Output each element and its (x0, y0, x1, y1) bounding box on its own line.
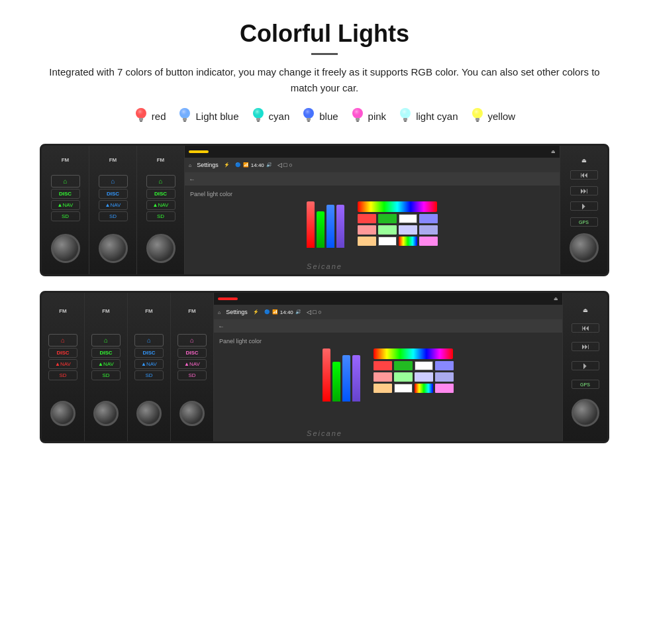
right-gps-btn[interactable]: GPS (570, 217, 598, 227)
u2-swatch-lavender[interactable] (435, 372, 454, 382)
color-pill-yellow: yellow (470, 107, 516, 125)
u2-panel1-buttons: ⌂ DISC ▲NAV SD (48, 334, 77, 380)
panel1-knob[interactable] (51, 234, 80, 263)
unit2-back-arrow[interactable]: ← (218, 323, 225, 330)
unit2-swatch-area (374, 349, 454, 393)
panel1-disc-btn[interactable]: DISC (51, 189, 80, 199)
unit1-vol-icon: 🔊 (266, 162, 272, 168)
panel2-knob[interactable] (99, 234, 128, 263)
u2-swatch-rainbow[interactable] (415, 384, 433, 393)
swatch-rainbow[interactable] (399, 237, 417, 246)
u2-swatch-green[interactable] (394, 361, 413, 370)
u2-panel4-disc[interactable]: DISC (177, 348, 207, 358)
panel2-disc-btn[interactable]: DISC (99, 189, 128, 199)
swatch-green[interactable] (378, 214, 397, 223)
unit2-color-grid (323, 349, 454, 402)
u2-panel3-knob[interactable] (136, 401, 162, 426)
swatch-white[interactable] (399, 214, 417, 223)
unit1-nav-bar: ⌂ Settings ⚡ 🔵 📶 14:40 🔊 ◁ □ ○ (185, 158, 560, 172)
right-play-btn[interactable]: ⏵ (570, 201, 598, 211)
u2-panel2-home[interactable]: ⌂ (91, 334, 121, 347)
unit1-panel-1: FM ⌂ DISC ▲NAV SD (42, 146, 89, 274)
u2-swatch-orange[interactable] (374, 384, 392, 393)
panel3-sd-btn[interactable]: SD (146, 211, 175, 221)
panel3-knob[interactable] (146, 234, 175, 263)
u2-panel2-disc[interactable]: DISC (91, 348, 121, 358)
panel1-navi-btn[interactable]: ▲NAV (51, 200, 80, 210)
right-next-btn[interactable]: ⏭ (570, 186, 598, 195)
u2-panel3-home[interactable]: ⌂ (134, 334, 164, 347)
svg-rect-6 (183, 118, 187, 121)
swatch-pink2[interactable] (419, 237, 438, 246)
u2-right-play-btn[interactable]: ⏵ (572, 361, 599, 370)
swatch-lightpurple[interactable] (399, 225, 417, 235)
u2-bar-green (332, 362, 340, 402)
u2-swatch-white[interactable] (415, 361, 433, 370)
u2-panel2-knob[interactable] (93, 401, 119, 426)
panel3-navi-btn[interactable]: ▲NAV (146, 200, 175, 210)
unit2-color-bars (323, 349, 360, 402)
panel1-home-btn[interactable]: ⌂ (51, 175, 80, 188)
u2-right-prev-btn[interactable]: ⏮ (572, 323, 599, 333)
u2-panel4-sd[interactable]: SD (177, 370, 207, 380)
swatch-purple[interactable] (419, 214, 438, 223)
panel1-sd-btn[interactable]: SD (51, 211, 80, 221)
u2-panel2-sd[interactable]: SD (91, 370, 121, 380)
u2-panel1-knob[interactable] (50, 401, 75, 426)
u2-panel1-navi[interactable]: ▲NAV (48, 359, 77, 369)
u2-swatch-red[interactable] (374, 361, 392, 370)
u2-swatch-lightred[interactable] (374, 372, 392, 382)
u2-panel3-sd[interactable]: SD (134, 370, 164, 380)
u2-panel2-navi[interactable]: ▲NAV (91, 359, 121, 369)
color-label-pink: pink (368, 111, 387, 122)
unit1-top-indicator (189, 150, 209, 153)
right-knob[interactable] (570, 233, 599, 262)
unit1-top-bar: ⏏ (185, 146, 560, 158)
swatch-lavender[interactable] (419, 225, 438, 235)
unit1-status-icons: 🔵 📶 14:40 🔊 (235, 162, 272, 168)
right-prev-btn[interactable]: ⏮ (570, 170, 598, 180)
u2-panel3-navi[interactable]: ▲NAV (134, 359, 164, 369)
panel2-home-btn[interactable]: ⌂ (99, 175, 128, 188)
u2-right-next-btn[interactable]: ⏭ (572, 342, 599, 351)
u2-panel4-home[interactable]: ⌂ (177, 334, 207, 347)
panel2-navi-btn[interactable]: ▲NAV (99, 200, 128, 210)
page-title: Colorful Lights (26, 20, 623, 48)
unit2-vol-icon: 🔊 (295, 309, 301, 315)
swatch-lightred[interactable] (358, 225, 376, 235)
panel2-sd-btn[interactable]: SD (99, 211, 128, 221)
swatch-lightgreen[interactable] (378, 225, 397, 235)
u2-swatch-lightpurple[interactable] (415, 372, 433, 382)
u2-panel4-knob[interactable] (179, 401, 205, 426)
panel3-home-btn[interactable]: ⌂ (146, 175, 175, 188)
u2-swatch-lightgreen[interactable] (394, 372, 413, 382)
u2-panel1-disc[interactable]: DISC (48, 348, 77, 358)
unit1-home-icon[interactable]: ⌂ (189, 163, 191, 168)
swatch-white2[interactable] (378, 237, 397, 246)
svg-point-21 (400, 108, 411, 119)
swatch-orange[interactable] (358, 237, 376, 246)
u2-swatch-white2[interactable] (394, 384, 413, 393)
panel3-disc-btn[interactable]: DISC (146, 189, 175, 199)
u2-swatch-purple[interactable] (435, 361, 454, 370)
svg-rect-14 (307, 118, 311, 121)
unit2-panel-1: FM ⌂ DISC ▲NAV SD (42, 293, 85, 441)
swatch-red[interactable] (358, 214, 376, 223)
unit2-home-icon[interactable]: ⌂ (218, 310, 221, 315)
unit2-android-icon: ◁ □ ○ (307, 309, 322, 315)
unit2-usb-icon: ⚡ (253, 309, 259, 315)
unit2-eject-icon: ⏏ (554, 296, 558, 301)
u2-right-knob[interactable] (572, 399, 599, 427)
bulb-icon-cyan (251, 107, 266, 125)
u2-panel3-disc[interactable]: DISC (134, 348, 164, 358)
unit2-right-panel: ⏏ ⏮ ⏭ ⏵ GPS (562, 293, 607, 441)
u2-swatch-pink2[interactable] (435, 384, 454, 393)
u2-panel1-sd[interactable]: SD (48, 370, 77, 380)
car-unit-2: FM ⌂ DISC ▲NAV SD FM ⌂ DISC ▲NAV SD (40, 291, 609, 443)
unit2-swatch-row3 (374, 372, 454, 382)
u2-panel1-home[interactable]: ⌂ (48, 334, 77, 347)
unit1-back-arrow[interactable]: ← (189, 176, 195, 183)
panel1-buttons: ⌂ DISC ▲NAV SD (51, 175, 80, 221)
u2-right-gps-btn[interactable]: GPS (572, 380, 599, 389)
u2-panel4-navi[interactable]: ▲NAV (177, 359, 207, 369)
